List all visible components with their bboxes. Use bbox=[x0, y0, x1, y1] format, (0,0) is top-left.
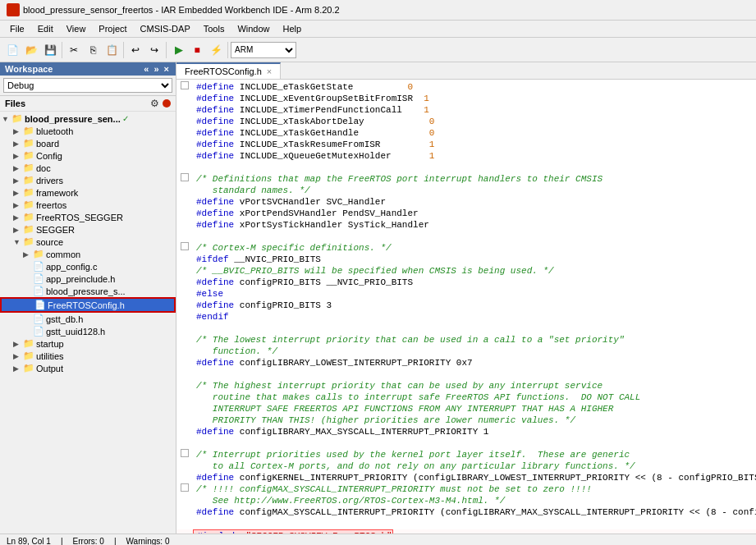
workspace-dropdown-area: Debug bbox=[0, 76, 176, 96]
tree-item-doc[interactable]: ▶ 📁 doc bbox=[0, 162, 176, 174]
code-line-36: /* !!!! configMAX_SYSCALL_INTERRUPT_PRIO… bbox=[176, 483, 756, 495]
label-config: Config bbox=[36, 151, 62, 161]
tree-item-app-preinclude[interactable]: 📄 app_preinclude.h bbox=[0, 272, 176, 285]
folder-icon-source: 📁 bbox=[23, 236, 34, 247]
menu-item-window[interactable]: Window bbox=[231, 22, 276, 35]
gutter-9[interactable] bbox=[176, 173, 193, 181]
cut-btn[interactable]: ✂ bbox=[65, 41, 83, 59]
folder-icon-drivers: 📁 bbox=[23, 175, 34, 185]
root-check: ✓ bbox=[122, 114, 129, 123]
undo-btn[interactable]: ↩ bbox=[126, 41, 144, 59]
save-btn[interactable]: 💾 bbox=[41, 41, 59, 59]
status-warnings: Warnings: 0 bbox=[126, 537, 170, 545]
tab-bar: FreeRTOSConfig.h × bbox=[176, 62, 756, 80]
new-file-btn[interactable]: 📄 bbox=[3, 41, 21, 59]
open-btn[interactable]: 📂 bbox=[22, 41, 40, 59]
build-btn[interactable]: ▶ bbox=[169, 41, 187, 59]
tree-item-root[interactable]: ▼ 📁 blood_pressure_sen... ✓ bbox=[0, 112, 176, 125]
tree-item-gstt-uuid128-h[interactable]: 📄 gstt_uuid128.h bbox=[0, 325, 176, 337]
code-line-37: See http://www.FreeRTOS.org/RTOS-Cortex-… bbox=[176, 495, 756, 506]
tree-item-framework[interactable]: ▶ 📁 framework bbox=[0, 186, 176, 199]
folder-icon-freertos-segger: 📁 bbox=[23, 212, 34, 222]
code-line-5: #define INCLUDE_xTaskGetHandle 0 bbox=[176, 127, 756, 139]
label-bluetooth: bluetooth bbox=[36, 126, 73, 136]
folder-icon-framework: 📁 bbox=[23, 187, 34, 198]
paste-btn[interactable]: 📋 bbox=[103, 41, 121, 59]
ws-close-btn[interactable]: × bbox=[163, 64, 171, 74]
code-line-27: /* The highest interrupt priority that c… bbox=[176, 380, 756, 392]
gutter-15[interactable] bbox=[176, 242, 193, 250]
root-expand-icon: ▼ bbox=[2, 115, 11, 123]
label-gstt-db: gstt_db.h bbox=[46, 314, 83, 324]
file-tree: ▼ 📁 blood_pressure_sen... ✓ ▶ 📁 bluetoot… bbox=[0, 112, 176, 534]
folder-icon-doc: 📁 bbox=[23, 163, 34, 173]
tree-item-bluetooth[interactable]: ▶ 📁 bluetooth bbox=[0, 125, 176, 137]
tree-item-source[interactable]: ▼ 📁 source bbox=[0, 236, 176, 248]
expand-source: ▼ bbox=[13, 238, 23, 246]
menu-item-help[interactable]: Help bbox=[277, 22, 309, 35]
code-line-blank5 bbox=[176, 437, 756, 449]
label-freertos: freertos bbox=[36, 200, 66, 210]
tree-item-freertos-segger[interactable]: ▶ 📁 FreeRTOS_SEGGER bbox=[0, 211, 176, 223]
tree-item-app-config-c[interactable]: 📄 app_config.c bbox=[0, 260, 176, 272]
menu-item-view[interactable]: View bbox=[60, 22, 93, 35]
gutter-1[interactable] bbox=[176, 81, 193, 89]
redo-btn[interactable]: ↪ bbox=[145, 41, 163, 59]
label-utilities: utilities bbox=[36, 351, 64, 361]
tree-item-drivers[interactable]: ▶ 📁 drivers bbox=[0, 174, 176, 186]
folder-icon-board: 📁 bbox=[23, 138, 34, 149]
gutter-33[interactable] bbox=[176, 449, 193, 457]
folder-icon-output: 📁 bbox=[23, 363, 34, 373]
ws-float-btn[interactable]: » bbox=[152, 64, 160, 74]
menu-item-cmsis-dap[interactable]: CMSIS-DAP bbox=[134, 22, 197, 35]
status-sep-2: | bbox=[114, 537, 117, 545]
label-app-config-c: app_config.c bbox=[46, 262, 97, 272]
status-sep-1: | bbox=[61, 537, 63, 545]
code-line-33: /* Interrupt priorities used by the kern… bbox=[176, 449, 756, 460]
label-framework: framework bbox=[36, 188, 78, 198]
tree-item-blood-pressure-s[interactable]: 📄 blood_pressure_s... bbox=[0, 285, 176, 297]
code-line-blank6 bbox=[176, 518, 756, 529]
code-line-8 bbox=[176, 162, 756, 173]
tree-item-board[interactable]: ▶ 📁 board bbox=[0, 137, 176, 149]
ws-pin-btn[interactable]: « bbox=[142, 64, 150, 74]
file-icon-gstt-db: 📄 bbox=[33, 314, 44, 324]
label-board: board bbox=[36, 139, 59, 149]
code-line-1: #define INCLUDE_eTaskGetState 0 bbox=[176, 81, 756, 93]
code-area[interactable]: #define INCLUDE_eTaskGetState 0 #define … bbox=[176, 80, 756, 534]
menu-item-project[interactable]: Project bbox=[92, 22, 133, 35]
code-text-1: #define INCLUDE_eTaskGetState 0 bbox=[193, 81, 756, 93]
tree-item-freertos-config-h[interactable]: 📄 FreeRTOSConfig.h bbox=[0, 297, 176, 313]
tree-item-output[interactable]: ▶ 📁 Output bbox=[0, 362, 176, 374]
gutter-36[interactable] bbox=[176, 483, 193, 492]
status-errors: Errors: 0 bbox=[73, 537, 104, 545]
root-folder-icon: 📁 bbox=[11, 113, 23, 124]
menu-item-edit[interactable]: Edit bbox=[31, 22, 60, 35]
toolbar-sep-3 bbox=[166, 42, 167, 58]
code-text-9: /* Definitions that map the FreeRTOS por… bbox=[193, 173, 756, 185]
expand-doc: ▶ bbox=[13, 164, 23, 172]
workspace-panel: Workspace « » × Debug Files ⚙ bbox=[0, 62, 176, 534]
folder-icon-segger: 📁 bbox=[23, 224, 34, 235]
tree-item-config[interactable]: ▶ 📁 Config bbox=[0, 149, 176, 162]
code-line-12: #define xPortPendSVHandler PendSV_Handle… bbox=[176, 208, 756, 219]
debug-btn[interactable]: ⚡ bbox=[207, 41, 225, 59]
tree-item-common[interactable]: ▶ 📁 common bbox=[0, 248, 176, 260]
expand-startup: ▶ bbox=[13, 340, 23, 348]
files-settings-icon[interactable]: ⚙ bbox=[150, 98, 159, 109]
code-text-5: #define INCLUDE_xTaskGetHandle 0 bbox=[193, 127, 756, 139]
tree-item-gstt-db-h[interactable]: 📄 gstt_db.h bbox=[0, 313, 176, 325]
tree-item-startup[interactable]: ▶ 📁 startup bbox=[0, 337, 176, 350]
tree-item-freertos[interactable]: ▶ 📁 freertos bbox=[0, 199, 176, 211]
tree-item-utilities[interactable]: ▶ 📁 utilities bbox=[0, 350, 176, 362]
workspace-config-select[interactable]: Debug bbox=[3, 78, 172, 93]
files-label: Files bbox=[5, 98, 25, 108]
tab-close-btn[interactable]: × bbox=[267, 66, 272, 76]
menu-item-tools[interactable]: Tools bbox=[197, 22, 231, 35]
editor-tab-freertos-config[interactable]: FreeRTOSConfig.h × bbox=[176, 62, 281, 79]
menu-item-file[interactable]: File bbox=[3, 22, 31, 35]
stop-btn[interactable]: ■ bbox=[188, 41, 206, 59]
copy-btn[interactable]: ⎘ bbox=[84, 41, 102, 59]
tree-item-segger[interactable]: ▶ 📁 SEGGER bbox=[0, 223, 176, 236]
config-dropdown[interactable]: ARM bbox=[231, 42, 296, 58]
